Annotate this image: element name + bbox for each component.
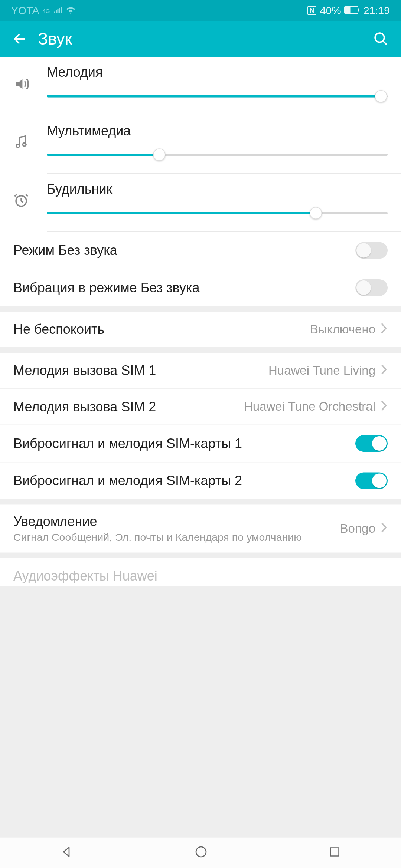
search-button[interactable] (370, 31, 392, 47)
svg-rect-2 (358, 9, 359, 12)
status-bar: YOTA 4G N 40% 21:19 (0, 0, 401, 21)
network-label: 4G (42, 7, 50, 14)
notification-value: Bongo (340, 522, 375, 536)
battery-pct: 40% (320, 4, 341, 17)
app-bar: Звук (0, 21, 401, 57)
volume-sliders-group: Мелодия Мультимедиа Будильник (0, 57, 401, 306)
page-title: Звук (38, 30, 370, 49)
silent-mode-label: Режим Без звука (13, 243, 355, 258)
nav-recent-button[interactable] (328, 845, 340, 860)
battery-icon (345, 4, 360, 17)
vibro-sim1-toggle[interactable] (355, 435, 388, 452)
ringtone-volume-row: Мелодия (0, 57, 401, 115)
notification-label: Уведомление (13, 514, 340, 529)
nav-back-button[interactable] (60, 845, 74, 861)
ringtone-sim2-row[interactable]: Мелодия вызова SIM 2 Huawei Tune Orchest… (0, 388, 401, 425)
music-icon (13, 115, 47, 150)
alarm-volume-label: Будильник (47, 181, 388, 197)
ringtone-sim1-row[interactable]: Мелодия вызова SIM 1 Huawei Tune Living (0, 353, 401, 388)
navigation-bar (0, 837, 401, 868)
dnd-label: Не беспокоить (13, 322, 310, 337)
audio-effects-label: Аудиоэффекты Huawei (13, 568, 157, 583)
chevron-right-icon (380, 522, 388, 536)
vibro-sim2-row[interactable]: Вибросигнал и мелодия SIM-карты 2 (0, 462, 401, 499)
nav-home-button[interactable] (194, 845, 208, 861)
alarm-volume-slider[interactable] (47, 207, 388, 219)
svg-rect-1 (346, 7, 351, 13)
status-left: YOTA 4G (11, 4, 76, 17)
dnd-row[interactable]: Не беспокоить Выключено (0, 312, 401, 347)
ringtone-sim2-value: Huawei Tune Orchestral (244, 400, 375, 414)
ringtone-sim2-label: Мелодия вызова SIM 2 (13, 399, 244, 415)
media-volume-slider[interactable] (47, 149, 388, 161)
vibrate-silent-label: Вибрация в режиме Без звука (13, 280, 355, 296)
svg-point-7 (196, 846, 206, 857)
ringtone-group: Мелодия вызова SIM 1 Huawei Tune Living … (0, 353, 401, 499)
vibro-sim1-label: Вибросигнал и мелодия SIM-карты 1 (13, 436, 355, 451)
notification-group: Уведомление Сигнал Сообщений, Эл. почты … (0, 505, 401, 553)
svg-point-3 (375, 33, 384, 42)
silent-mode-row[interactable]: Режим Без звука (0, 232, 401, 269)
alarm-icon (13, 174, 47, 208)
signal-icon (53, 4, 62, 17)
vibro-sim2-toggle[interactable] (355, 473, 388, 489)
chevron-right-icon (380, 400, 388, 414)
nfc-icon: N (307, 6, 316, 15)
chevron-right-icon (380, 364, 388, 378)
alarm-volume-row: Будильник (0, 174, 401, 231)
svg-point-5 (23, 143, 26, 146)
ringtone-volume-slider[interactable] (47, 90, 388, 102)
svg-point-4 (16, 144, 20, 148)
ringtone-sim1-value: Huawei Tune Living (268, 364, 375, 378)
media-volume-row: Мультимедиа (0, 115, 401, 173)
dnd-group: Не беспокоить Выключено (0, 312, 401, 347)
wifi-icon (66, 4, 76, 17)
audio-effects-row[interactable]: Аудиоэффекты Huawei (0, 558, 401, 586)
notification-row[interactable]: Уведомление Сигнал Сообщений, Эл. почты … (0, 505, 401, 553)
ringtone-volume-label: Мелодия (47, 65, 388, 80)
notification-subtitle: Сигнал Сообщений, Эл. почты и Календаря … (13, 532, 340, 544)
ringtone-sim1-label: Мелодия вызова SIM 1 (13, 363, 268, 378)
vibro-sim1-row[interactable]: Вибросигнал и мелодия SIM-карты 1 (0, 425, 401, 462)
time-label: 21:19 (363, 4, 390, 17)
svg-rect-8 (330, 848, 339, 856)
carrier-label: YOTA (11, 4, 39, 17)
volume-icon (13, 57, 47, 92)
vibrate-silent-row[interactable]: Вибрация в режиме Без звука (0, 269, 401, 306)
vibrate-silent-toggle[interactable] (355, 279, 388, 296)
silent-mode-toggle[interactable] (355, 242, 388, 259)
vibro-sim2-label: Вибросигнал и мелодия SIM-карты 2 (13, 473, 355, 489)
chevron-right-icon (380, 322, 388, 337)
back-button[interactable] (9, 31, 31, 47)
media-volume-label: Мультимедиа (47, 123, 388, 139)
dnd-value: Выключено (310, 322, 375, 337)
status-right: N 40% 21:19 (307, 4, 390, 17)
